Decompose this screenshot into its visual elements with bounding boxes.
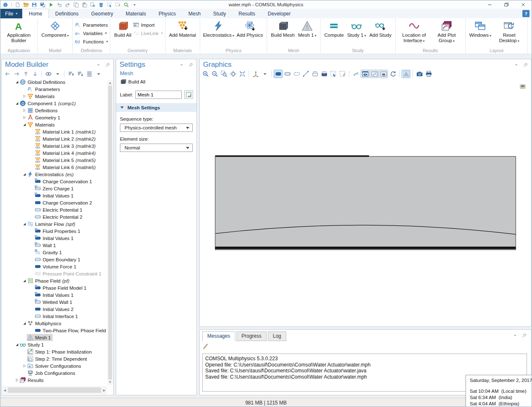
tree-item-gravity-1[interactable]: Gravity 1 — [2, 249, 107, 256]
add-plot-group-button[interactable]: Add Plot Group▾ — [430, 20, 463, 44]
build-mesh-button[interactable]: Build Mesh — [269, 20, 296, 39]
minimize-icon[interactable] — [486, 2, 493, 8]
tree-item-charge-conservation-1[interactable]: Charge Conservation 1 — [2, 178, 107, 185]
tab-messages[interactable]: Messages — [202, 331, 235, 341]
location-of-interface-button[interactable]: Location of Interface▾ — [398, 20, 430, 44]
compute-button[interactable]: Compute — [323, 20, 346, 39]
tree-item-laminar-flow[interactable]: Laminar Flow(spf) — [2, 220, 107, 228]
tree-item-component-1[interactable]: ΩComponent 1(comp1) — [2, 100, 107, 107]
tab-progress[interactable]: Progress — [237, 331, 267, 341]
collapse-all-icon[interactable] — [66, 70, 75, 78]
tree-item-material-link-5[interactable]: Material Link 5(matlnk5) — [2, 157, 107, 164]
print-icon[interactable] — [424, 70, 433, 78]
label-input[interactable] — [135, 91, 182, 99]
ribbon-tab-results[interactable]: Results — [232, 9, 262, 18]
panel-menu-icon[interactable] — [512, 333, 518, 338]
select-box-domains-icon[interactable] — [311, 70, 319, 78]
select-entities-icon[interactable] — [329, 70, 338, 78]
pin-icon[interactable] — [522, 333, 527, 338]
tree-item-fluid-properties-1[interactable]: Fluid Properties 1 — [2, 228, 107, 235]
collapse-arrow-icon[interactable] — [22, 321, 27, 326]
component-button[interactable]: Component▾ — [40, 20, 70, 39]
tree-item-global-definitions[interactable]: Global Definitions — [2, 78, 107, 86]
tree-item-mesh-1[interactable]: Mesh 1 — [2, 334, 107, 341]
tree-item-material-link-2[interactable]: Material Link 2(matlnk2) — [2, 135, 107, 142]
ribbon-tab-definitions[interactable]: Definitions — [49, 9, 85, 18]
expand-arrow-icon[interactable] — [22, 108, 27, 113]
pin-icon[interactable] — [523, 62, 528, 68]
tree-item-pressure-point-constraint-1[interactable]: Pressure Point Constraint 1 — [2, 270, 107, 277]
ribbon-tab-developer[interactable]: Developer — [262, 9, 297, 18]
comsol-icon[interactable] — [2, 2, 9, 8]
tree-item-results[interactable]: Results — [2, 377, 107, 384]
tree-item-phase-field-model-1[interactable]: Phase Field Model 1 — [2, 284, 107, 291]
select-edges-icon[interactable] — [292, 70, 301, 78]
ribbon-tab-materials[interactable]: Materials — [120, 9, 153, 18]
tree-item-two-phase-flow-phase-field[interactable]: Two-Phase Flow, Phase Field — [2, 327, 107, 334]
ribbon-tab-home[interactable]: Home — [22, 9, 49, 19]
parameters-button[interactable]: PiParameters — [75, 21, 108, 28]
delete-icon[interactable] — [97, 2, 105, 8]
help-button[interactable]: ? — [522, 10, 529, 17]
collapse-arrow-icon[interactable] — [22, 278, 27, 283]
ribbon-tab-physics[interactable]: Physics — [152, 9, 182, 18]
add-physics-button[interactable]: Add Physics — [235, 20, 265, 39]
vertical-scrollbar[interactable]: ▲▼ — [107, 80, 113, 385]
functions-button[interactable]: f(x)Functions▾ — [75, 38, 108, 45]
tree-item-step-2-time-dependent[interactable]: Step 2: Time Dependent — [2, 355, 107, 362]
caret-down-icon[interactable] — [260, 70, 269, 78]
panel-menu-icon[interactable] — [179, 62, 184, 68]
livelink-button[interactable]: LiveLink▾ — [133, 30, 163, 37]
snapshot-icon[interactable] — [415, 70, 424, 78]
clear-selection-icon[interactable] — [114, 2, 122, 8]
deselect-entities-icon[interactable] — [338, 70, 347, 78]
back-icon[interactable] — [3, 70, 12, 78]
select-box-boundaries-icon[interactable] — [320, 70, 328, 78]
run-icon[interactable] — [47, 2, 55, 8]
open-file-icon[interactable] — [22, 2, 30, 8]
tree-item-material-link-4[interactable]: Material Link 4(matlnk4) — [2, 149, 107, 157]
application-builder-button[interactable]: AApplication Builder — [3, 20, 35, 44]
show-mesh-icon[interactable] — [402, 70, 410, 78]
select-domains-icon[interactable] — [274, 70, 283, 78]
rename-button[interactable] — [184, 90, 193, 99]
sequence-type-select[interactable]: Physics-controlled mesh — [120, 124, 193, 132]
collapse-arrow-icon[interactable] — [15, 101, 19, 106]
zoom-box-icon[interactable] — [219, 70, 228, 78]
tree-item-wall-1[interactable]: Wall 1 — [2, 242, 107, 249]
tree-item-parameters[interactable]: PiParameters — [2, 86, 107, 93]
restore-icon[interactable] — [503, 2, 510, 8]
add-material-button[interactable]: Add Material — [168, 20, 198, 39]
collapse-arrow-icon[interactable] — [22, 222, 27, 226]
duplicate-icon[interactable] — [89, 2, 97, 8]
collapse-arrow-icon[interactable] — [15, 80, 19, 84]
select-box-icon[interactable] — [106, 2, 113, 8]
tree-item-volume-force-1[interactable]: Volume Force 1 — [2, 263, 107, 270]
tree-item-phase-field[interactable]: Phase Field(pf) — [2, 277, 107, 284]
element-size-select[interactable]: Normal — [120, 144, 193, 152]
reset-hiding-icon[interactable] — [388, 70, 397, 78]
variables-button[interactable]: a=Variables▾ — [75, 30, 108, 37]
tree-item-open-boundary-1[interactable]: Open Boundary 1 — [2, 256, 107, 263]
zoom-out-icon[interactable] — [210, 70, 219, 78]
panel-menu-icon[interactable] — [514, 62, 519, 68]
view-hidden-icon[interactable] — [361, 70, 369, 78]
tree-item-initial-values-1[interactable]: Initial Values 1 — [2, 235, 107, 242]
hide-objects-icon[interactable] — [370, 70, 379, 78]
search-icon[interactable] — [122, 2, 130, 8]
move-up-icon[interactable] — [21, 70, 30, 78]
node-list-icon[interactable] — [85, 70, 94, 78]
tree-item-charge-conservation-2[interactable]: Charge Conservation 2 — [2, 199, 107, 206]
select-points-icon[interactable] — [301, 70, 310, 78]
tree-item-electric-potential-2[interactable]: Electric Potential 2 — [2, 213, 107, 220]
windows-button[interactable]: Windows▾ — [468, 20, 493, 39]
study-1-button[interactable]: Study 1▾ — [346, 20, 368, 39]
save-icon[interactable] — [31, 2, 38, 8]
ribbon-tab-geometry[interactable]: Geometry — [85, 9, 120, 18]
show-icon[interactable] — [44, 70, 53, 78]
tree-item-zero-charge-1[interactable]: Zero Charge 1 — [2, 185, 107, 192]
tree-item-wetted-wall-1[interactable]: Wetted Wall 1 — [2, 298, 107, 306]
mesh-1-button[interactable]: Mesh 1▾ — [296, 20, 318, 39]
tree-item-initial-interface-1[interactable]: Initial Interface 1 — [2, 313, 107, 320]
tree-item-initial-values-2[interactable]: Initial Values 2 — [2, 306, 107, 313]
